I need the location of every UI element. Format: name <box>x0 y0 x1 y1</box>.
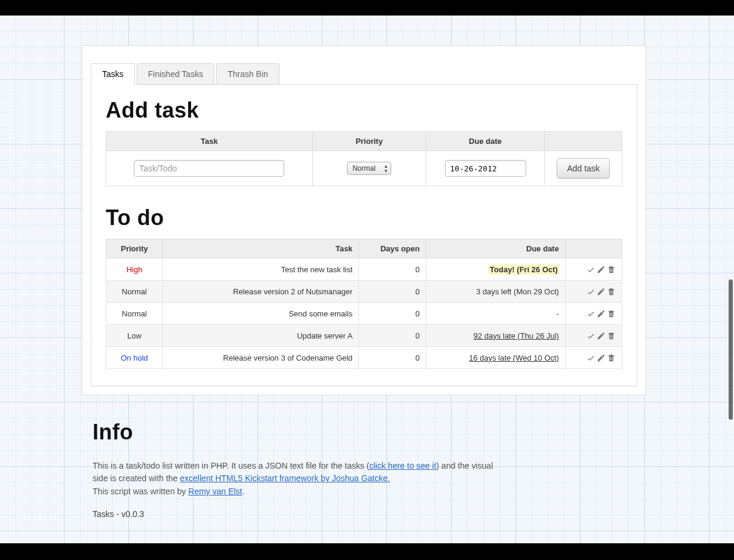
button-label: Add task <box>567 164 599 173</box>
edit-icon[interactable] <box>597 265 606 274</box>
todo-table: Priority Task Days open Due date HighTes… <box>106 239 622 369</box>
edit-icon[interactable] <box>597 331 606 340</box>
info-text: This is a task/todo list written in PHP.… <box>93 461 369 470</box>
cell-task: Update server A <box>163 325 359 347</box>
col-due: Due date <box>426 239 565 259</box>
cell-due: - <box>426 303 565 325</box>
cell-due: 16 days late (Wed 10 Oct) <box>426 347 565 369</box>
cell-days-open: 0 <box>359 281 426 303</box>
cell-priority: Normal <box>106 303 163 325</box>
task-input[interactable] <box>134 160 284 177</box>
due-text: 3 days left (Mon 29 Oct) <box>476 287 559 296</box>
add-task-button[interactable]: Add task <box>557 158 609 179</box>
info-text: This script was written by <box>93 487 188 496</box>
cell-priority: High <box>106 259 163 281</box>
info-link-kickstart[interactable]: excellent HTML5 Kickstart framework by J… <box>180 473 390 483</box>
complete-icon[interactable] <box>586 331 595 340</box>
info-section: Info This is a task/todo list written in… <box>93 416 511 521</box>
col-actions <box>565 239 622 259</box>
cell-priority: Low <box>106 325 163 347</box>
cell-task: Send some emails <box>163 303 359 325</box>
viewport: Tasks Finished Tasks Thrash Bin Add task… <box>0 0 734 560</box>
tabs: Tasks Finished Tasks Thrash Bin <box>82 63 646 85</box>
delete-icon[interactable] <box>607 331 616 340</box>
complete-icon[interactable] <box>586 309 595 318</box>
due-text: Today! (Fri 26 Oct) <box>489 264 559 275</box>
info-text: . <box>242 487 245 496</box>
cell-task: Test the new task list <box>163 259 359 281</box>
cell-task: Release version 3 of Codename Geld <box>163 347 359 369</box>
add-task-table: Task Priority Due date <box>106 131 622 186</box>
cell-actions <box>565 259 622 281</box>
due-text: - <box>557 309 559 318</box>
col-task: Task <box>163 239 359 259</box>
cell-priority: On hold <box>106 347 163 369</box>
cell-actions <box>565 325 622 347</box>
main-panel: Tasks Finished Tasks Thrash Bin Add task… <box>82 45 646 395</box>
tab-finished[interactable]: Finished Tasks <box>137 63 214 85</box>
cell-task: Release version 2 of Nutsmanager <box>163 281 359 303</box>
tab-body: Add task Task Priority Due date <box>91 84 637 386</box>
col-action <box>545 132 622 151</box>
due-text: 16 days late (Wed 10 Oct) <box>469 353 559 362</box>
complete-icon[interactable] <box>586 287 595 296</box>
cell-actions <box>565 303 622 325</box>
col-due: Due date <box>426 132 545 151</box>
table-row: NormalSend some emails0- <box>106 303 622 325</box>
edit-icon[interactable] <box>597 353 606 362</box>
table-row: On holdRelease version 3 of Codename Gel… <box>106 347 622 369</box>
cell-due: 92 days late (Thu 26 Jul) <box>426 325 565 347</box>
cell-days-open: 0 <box>359 347 426 369</box>
info-paragraph-2: This script was written by Remy van Elst… <box>93 485 511 499</box>
cell-actions <box>565 281 622 303</box>
cell-days-open: 0 <box>359 259 426 281</box>
priority-select[interactable]: Normal ▲▼ <box>347 162 391 175</box>
table-row: NormalRelease version 2 of Nutsmanager03… <box>106 281 622 303</box>
col-task: Task <box>106 132 313 151</box>
page-background: Tasks Finished Tasks Thrash Bin Add task… <box>0 16 734 543</box>
table-row: HighTest the new task list0Today! (Fri 2… <box>106 259 622 281</box>
todo-heading: To do <box>106 205 622 230</box>
due-text: 92 days late (Thu 26 Jul) <box>474 331 559 340</box>
add-task-heading: Add task <box>106 98 622 123</box>
delete-icon[interactable] <box>607 309 616 318</box>
tab-thrash[interactable]: Thrash Bin <box>216 63 280 85</box>
scrollbar[interactable] <box>729 279 733 420</box>
tab-tasks[interactable]: Tasks <box>91 63 135 85</box>
col-priority: Priority <box>312 132 426 151</box>
info-paragraph-1: This is a task/todo list written in PHP.… <box>93 460 511 485</box>
version-text: Tasks - v0.0.3 <box>93 508 511 521</box>
edit-icon[interactable] <box>597 287 606 296</box>
edit-icon[interactable] <box>597 309 606 318</box>
complete-icon[interactable] <box>586 265 595 274</box>
tab-label: Tasks <box>102 69 124 79</box>
cell-days-open: 0 <box>359 303 426 325</box>
cell-due: Today! (Fri 26 Oct) <box>426 259 565 281</box>
tab-label: Thrash Bin <box>228 69 268 79</box>
table-row: LowUpdate server A092 days late (Thu 26 … <box>106 325 622 347</box>
cell-due: 3 days left (Mon 29 Oct) <box>426 281 565 303</box>
complete-icon[interactable] <box>586 353 595 362</box>
cell-days-open: 0 <box>359 325 426 347</box>
cell-priority: Normal <box>106 281 163 303</box>
info-heading: Info <box>93 416 511 449</box>
info-link-json[interactable]: click here to see it <box>369 461 436 470</box>
col-days-open: Days open <box>359 239 426 259</box>
delete-icon[interactable] <box>607 287 616 296</box>
due-date-input[interactable] <box>445 160 526 177</box>
info-link-author[interactable]: Remy van Elst <box>188 487 242 496</box>
delete-icon[interactable] <box>607 265 616 274</box>
priority-value: Normal <box>352 164 376 173</box>
col-priority: Priority <box>106 239 163 259</box>
cell-actions <box>565 347 622 369</box>
select-arrows-icon: ▲▼ <box>383 164 388 174</box>
tab-label: Finished Tasks <box>148 69 203 79</box>
delete-icon[interactable] <box>607 353 616 362</box>
